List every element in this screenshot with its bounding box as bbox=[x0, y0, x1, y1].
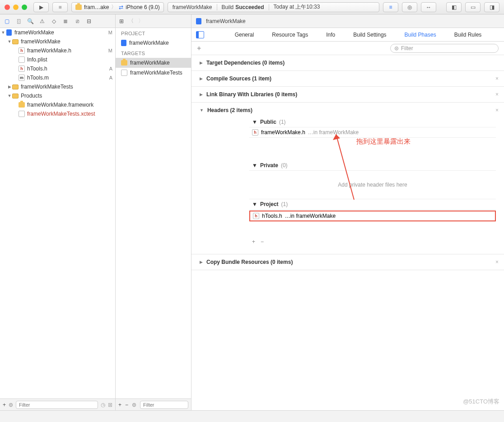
symbol-nav-icon[interactable]: ⌹ bbox=[14, 18, 23, 24]
toolbar: ▶ ■ fram…ake 〉 ⇄ iPhone 6 (9.0) frameWor… bbox=[0, 0, 504, 14]
header-icon: h bbox=[253, 213, 259, 219]
filter-icon[interactable]: ⊜ bbox=[9, 402, 13, 408]
project-row[interactable]: frameWorkMake bbox=[116, 38, 191, 48]
project-nav-icon[interactable]: ▢ bbox=[3, 18, 11, 24]
tree-item[interactable]: ▶frameWorkMakeTests bbox=[0, 82, 115, 91]
folder-icon bbox=[12, 39, 19, 44]
disclosure-icon[interactable]: ▶ bbox=[200, 76, 203, 81]
tab-general[interactable]: General bbox=[234, 29, 255, 41]
tree-item[interactable]: mhTools.mA bbox=[0, 73, 115, 82]
recent-filter-icon[interactable]: ◷ bbox=[101, 402, 105, 408]
filter-icon[interactable]: ⊜ bbox=[132, 402, 136, 408]
navigator-filter[interactable] bbox=[16, 401, 98, 409]
toggle-bottom-panel[interactable]: ▭ bbox=[465, 2, 481, 12]
forward-button[interactable]: 〉 bbox=[138, 17, 144, 25]
header-icon: h bbox=[252, 129, 258, 136]
stop-button[interactable]: ■ bbox=[52, 2, 68, 12]
jump-file: frameWorkMake bbox=[206, 18, 246, 24]
panel-toggle-icon[interactable] bbox=[196, 31, 204, 38]
jump-bar[interactable]: frameWorkMake bbox=[191, 14, 504, 28]
tab-build-phases[interactable]: Build Phases bbox=[404, 29, 437, 41]
status-time: Today at 上午10:33 bbox=[274, 3, 320, 11]
activity-viewer[interactable]: frameWorkMake Build Succeeded Today at 上… bbox=[168, 2, 379, 12]
breakpoint-nav-icon[interactable]: ⎚ bbox=[73, 18, 81, 24]
remove-icon[interactable]: × bbox=[495, 259, 499, 265]
editor-version[interactable]: ↔ bbox=[421, 2, 436, 12]
tree-item[interactable]: ▼frameWorkMake bbox=[0, 37, 115, 46]
headers-public[interactable]: ▼Public (1) bbox=[249, 117, 496, 127]
navigator-selector: ▢ ⌹ 🔍 ⚠ ◇ ≣ ⎚ ⊟ bbox=[0, 14, 115, 28]
project-icon bbox=[196, 18, 201, 24]
add-target-button[interactable]: + bbox=[118, 402, 121, 408]
target-row[interactable]: frameWorkMake bbox=[116, 58, 191, 68]
target-filter[interactable] bbox=[140, 401, 188, 409]
toolbox-icon bbox=[75, 5, 82, 10]
tree-item[interactable]: frameWorkMake.framework bbox=[0, 100, 115, 109]
tree-item[interactable]: hhTools.hA bbox=[0, 64, 115, 73]
disclosure-icon[interactable]: ▶ bbox=[200, 61, 203, 65]
editor-tabs: General Resource Tags Info Build Setting… bbox=[191, 28, 504, 42]
run-button[interactable]: ▶ bbox=[33, 2, 49, 12]
test-icon bbox=[121, 70, 127, 76]
tab-build-rules[interactable]: Build Rules bbox=[453, 29, 483, 41]
editor: frameWorkMake General Resource Tags Info… bbox=[191, 14, 504, 410]
headers-private[interactable]: ▼Private (0) bbox=[249, 160, 496, 171]
grid-icon[interactable]: ⊞ bbox=[119, 18, 124, 24]
disclosure-icon[interactable]: ▶ bbox=[200, 260, 203, 264]
tree-item[interactable]: Info.plist bbox=[0, 55, 115, 64]
tree-item[interactable]: hframeWorkMake.hM bbox=[0, 46, 115, 55]
toggle-left-panel[interactable]: ◧ bbox=[446, 2, 462, 12]
scheme-device: iPhone 6 (9.0) bbox=[126, 4, 159, 10]
phase-copy-bundle[interactable]: × ▶Copy Bundle Resources (0 items) bbox=[191, 254, 504, 270]
find-nav-icon[interactable]: 🔍 bbox=[26, 18, 34, 24]
header-file-row-highlight[interactable]: hhTools.h…in frameWorkMake bbox=[249, 211, 496, 221]
debug-nav-icon[interactable]: ≣ bbox=[61, 18, 70, 24]
phase-link-binary[interactable]: × ▶Link Binary With Libraries (0 items) bbox=[191, 87, 504, 103]
project-tree: ▼ frameWorkMake M ▼frameWorkMake hframeW… bbox=[0, 28, 115, 399]
back-button[interactable]: 〈 bbox=[128, 17, 134, 25]
add-phase-button[interactable]: + bbox=[197, 44, 201, 52]
filter-icon: ⊜ bbox=[394, 45, 399, 52]
issue-nav-icon[interactable]: ⚠ bbox=[38, 18, 46, 24]
test-nav-icon[interactable]: ◇ bbox=[50, 18, 58, 24]
remove-icon[interactable]: × bbox=[495, 91, 499, 98]
tab-resource-tags[interactable]: Resource Tags bbox=[271, 29, 309, 41]
add-button[interactable]: + bbox=[3, 402, 6, 408]
folder-icon bbox=[12, 84, 19, 89]
tab-info[interactable]: Info bbox=[325, 29, 336, 41]
remove-icon[interactable]: × bbox=[495, 75, 499, 82]
tab-build-settings[interactable]: Build Settings bbox=[352, 29, 387, 41]
scheme-selector[interactable]: fram…ake 〉 ⇄ iPhone 6 (9.0) bbox=[71, 2, 164, 12]
tree-item[interactable]: frameWorkMakeTests.xctest bbox=[0, 109, 115, 118]
phase-filter[interactable]: ⊜Filter bbox=[390, 44, 499, 53]
tree-item[interactable]: ▼Products bbox=[0, 91, 115, 100]
remove-target-button[interactable]: − bbox=[125, 402, 128, 408]
phase-compile-sources[interactable]: × ▶Compile Sources (1 item) bbox=[191, 71, 504, 87]
scheme-app: fram…ake bbox=[84, 4, 109, 10]
target-row[interactable]: frameWorkMakeTests bbox=[116, 68, 191, 78]
tree-root[interactable]: ▼ frameWorkMake M bbox=[0, 28, 115, 37]
phase-toolbar: + ⊜Filter bbox=[191, 42, 504, 55]
toggle-right-panel[interactable]: ◨ bbox=[484, 2, 499, 12]
project-icon bbox=[121, 40, 126, 46]
status-result: Succeeded bbox=[235, 4, 264, 10]
folder-icon bbox=[12, 94, 19, 98]
zoom-window[interactable] bbox=[22, 5, 27, 10]
scm-filter-icon[interactable]: ⊠ bbox=[108, 402, 112, 408]
minimize-window[interactable] bbox=[13, 5, 19, 10]
disclosure-icon[interactable]: ▶ bbox=[200, 92, 203, 97]
test-icon bbox=[19, 111, 25, 117]
disclosure-icon[interactable]: ▼ bbox=[200, 108, 204, 113]
editor-standard[interactable]: ≡ bbox=[383, 2, 398, 12]
navigator: ▢ ⌹ 🔍 ⚠ ◇ ≣ ⎚ ⊟ ▼ frameWorkMake M ▼frame… bbox=[0, 14, 116, 410]
svg-line-0 bbox=[336, 134, 354, 200]
phase-target-dependencies[interactable]: ▶Target Dependencies (0 items) bbox=[191, 55, 504, 71]
close-window[interactable] bbox=[5, 5, 10, 10]
remove-icon[interactable]: × bbox=[495, 107, 499, 113]
add-header-button[interactable]: + bbox=[252, 239, 255, 245]
remove-header-button[interactable]: − bbox=[261, 239, 264, 245]
report-nav-icon[interactable]: ⊟ bbox=[85, 18, 93, 24]
headers-project[interactable]: ▼Project (1) bbox=[249, 199, 496, 210]
editor-assistant[interactable]: ◎ bbox=[402, 2, 417, 12]
header-file-row[interactable]: hframeWorkMake.h…in frameWorkMake bbox=[249, 127, 496, 138]
